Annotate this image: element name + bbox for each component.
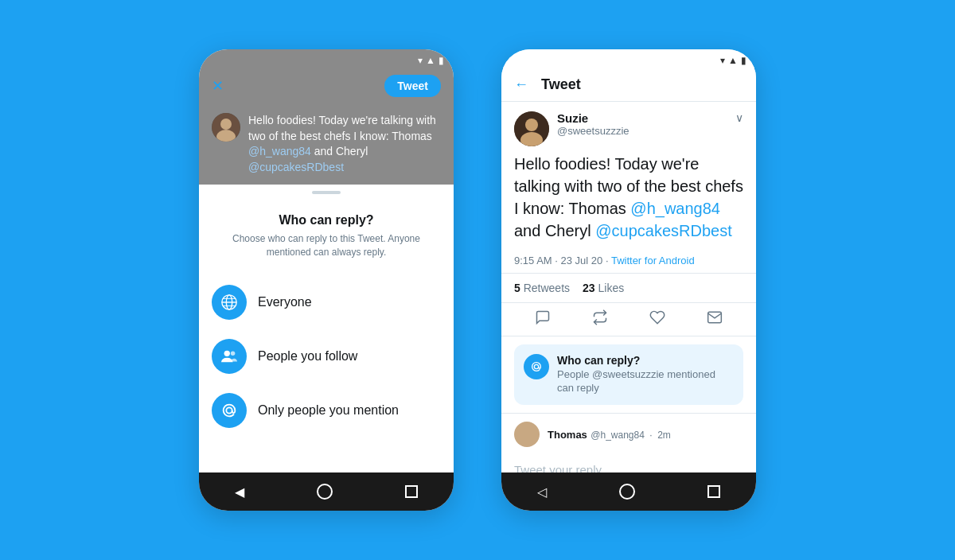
tweet-author-handle: @sweetsuzzzie	[557, 125, 727, 137]
tweet-meta: 9:15 AM · 23 Jul 20 · Twitter for Androi…	[501, 248, 756, 274]
status-icons-left: ▾ ▲ ▮	[418, 55, 444, 66]
everyone-label: Everyone	[258, 295, 312, 309]
tweet-time: 9:15 AM · 23 Jul 20 ·	[514, 255, 611, 266]
nav-app-square-right	[707, 485, 720, 498]
nav-back-button-left[interactable]: ◀	[235, 484, 244, 500]
replier-handle: @h_wang84	[591, 430, 645, 441]
who-can-reply-card: Who can reply? People @sweetsuzzzie ment…	[514, 344, 743, 405]
tweet-platform[interactable]: Twitter for Android	[611, 255, 695, 266]
svg-point-12	[525, 119, 538, 131]
compose-mention1: @h_wang84	[248, 145, 311, 158]
svg-point-8	[224, 351, 230, 356]
replier-name: Thomas	[548, 429, 587, 441]
tweet-author-info: Suzie @sweetsuzzzie	[557, 111, 727, 137]
reply-option-mention[interactable]: Only people you mention	[212, 383, 441, 438]
people-icon-bg	[212, 339, 247, 374]
who-can-reply-title: Who can reply?	[212, 213, 441, 228]
composer-avatar	[212, 113, 240, 142]
who-can-reply-panel: Who can reply? Choose who can reply to t…	[199, 200, 454, 472]
compose-text[interactable]: Hello foodies! Today we're talking with …	[248, 113, 441, 175]
tweet-detail-top-bar: ← Tweet	[501, 68, 756, 102]
replier-avatar	[514, 422, 540, 447]
mention-label: Only people you mention	[258, 403, 399, 418]
people-icon	[220, 348, 238, 365]
back-button[interactable]: ←	[514, 76, 528, 93]
nav-home-button-left[interactable]	[317, 484, 333, 500]
globe-icon-bg	[212, 285, 247, 320]
share-action-icon[interactable]	[707, 309, 723, 329]
reply-option-follow[interactable]: People you follow	[212, 329, 441, 383]
compose-between: and Cheryl	[311, 145, 368, 158]
tweet-mention2[interactable]: @cupcakesRDbest	[595, 222, 731, 239]
at-icon-card	[530, 360, 543, 373]
wifi-icon-left: ▾	[418, 55, 423, 66]
at-icon-bg	[212, 393, 247, 428]
like-action-icon[interactable]	[649, 309, 665, 329]
svg-point-14	[534, 364, 538, 368]
retweets-count: 5	[514, 282, 520, 294]
compose-area: Hello foodies! Today we're talking with …	[199, 103, 454, 185]
nav-bar-right: ◁	[501, 472, 756, 511]
reply-time: 2m	[657, 430, 671, 441]
drag-handle	[199, 185, 454, 200]
compose-body: Hello foodies! Today we're talking with …	[248, 114, 436, 142]
svg-point-10	[226, 407, 232, 413]
signal-icon-right: ▲	[728, 55, 738, 66]
retweet-action-icon[interactable]	[592, 309, 608, 329]
globe-icon	[220, 294, 238, 311]
reply-dot: ·	[649, 430, 652, 441]
nav-home-circle	[317, 484, 333, 500]
tweet-detail-title: Tweet	[541, 76, 581, 93]
reply-placeholder[interactable]: Tweet your reply	[501, 457, 756, 472]
left-phone: ▾ ▲ ▮ ✕ Tweet Hello foodies! Today we're…	[199, 49, 454, 511]
nav-home-button-right[interactable]	[619, 484, 635, 500]
tweet-author-avatar	[514, 111, 549, 146]
svg-point-1	[220, 119, 232, 130]
replier-info: Thomas @h_wang84 · 2m	[548, 427, 671, 441]
follow-label: People you follow	[258, 349, 357, 364]
signal-icon-left: ▲	[426, 55, 435, 66]
battery-icon-right: ▮	[741, 55, 746, 66]
reply-card-content: Who can reply? People @sweetsuzzzie ment…	[557, 354, 734, 395]
reply-card-title: Who can reply?	[557, 354, 734, 367]
compose-mention2: @cupcakesRDbest	[248, 161, 344, 173]
who-can-reply-subtitle: Choose who can reply to this Tweet. Anyo…	[212, 232, 441, 259]
tweet-author-name: Suzie	[557, 111, 727, 125]
at-icon	[220, 402, 238, 419]
likes-count: 23	[583, 282, 595, 294]
tweet-author-row: Suzie @sweetsuzzzie ∨	[501, 102, 756, 153]
likes-stat[interactable]: 23 Likes	[583, 282, 624, 294]
battery-icon-left: ▮	[439, 55, 444, 66]
tweet-button[interactable]: Tweet	[384, 75, 441, 97]
chevron-down-icon[interactable]: ∨	[735, 111, 743, 124]
status-bar-left: ▾ ▲ ▮	[199, 49, 454, 68]
reply-card-description: People @sweetsuzzzie mentioned can reply	[557, 368, 734, 395]
reply-card-at-icon	[524, 354, 549, 379]
tweet-mention1[interactable]: @h_wang84	[630, 200, 720, 217]
tweet-between: and Cheryl	[514, 222, 595, 239]
nav-app-button-left[interactable]	[405, 485, 418, 498]
right-phone: ▾ ▲ ▮ ← Tweet Suzie @sweetsuzzzie ∨	[501, 49, 756, 511]
wifi-icon-right: ▾	[720, 55, 725, 66]
nav-bar-left: ◀	[199, 472, 454, 511]
tweet-body: Hello foodies! Today we're talking with …	[501, 153, 756, 248]
retweets-label: Retweets	[524, 282, 570, 294]
reply-option-everyone[interactable]: Everyone	[212, 275, 441, 329]
tweet-detail-content: Suzie @sweetsuzzzie ∨ Hello foodies! Tod…	[501, 102, 756, 472]
nav-app-button-right[interactable]	[707, 485, 720, 498]
likes-label: Likes	[598, 282, 625, 294]
status-icons-right: ▾ ▲ ▮	[720, 55, 746, 66]
compose-top-bar: ✕ Tweet	[199, 68, 454, 103]
status-bar-right: ▾ ▲ ▮	[501, 49, 756, 68]
tweet-action-bar	[501, 303, 756, 336]
svg-point-9	[231, 352, 236, 356]
nav-app-square	[405, 485, 418, 498]
nav-home-circle-right	[619, 484, 635, 500]
tweet-stats: 5 Retweets 23 Likes	[501, 274, 756, 303]
retweets-stat[interactable]: 5 Retweets	[514, 282, 570, 294]
reply-input-row: Thomas @h_wang84 · 2m	[501, 413, 756, 455]
close-button[interactable]: ✕	[212, 77, 224, 95]
nav-back-button-right[interactable]: ◁	[537, 484, 547, 500]
reply-action-icon[interactable]	[535, 309, 551, 329]
drag-handle-bar	[312, 191, 341, 194]
